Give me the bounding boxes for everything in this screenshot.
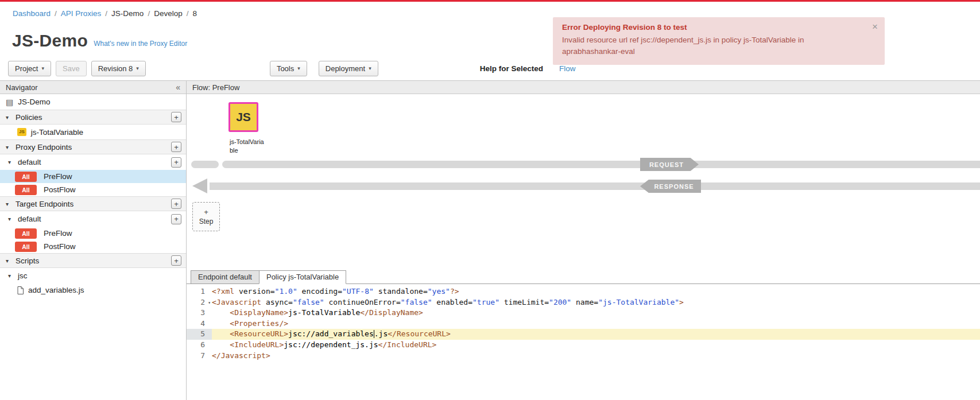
error-title: Error Deploying Revision 8 to test (562, 23, 862, 32)
plus-icon: + (204, 208, 208, 216)
nav-label: PostFlow (44, 185, 76, 194)
nav-label: default (18, 215, 41, 223)
nav-policy-js-totalvariable[interactable]: JSjs-TotalVariable (0, 125, 186, 139)
add-button[interactable]: + (171, 157, 181, 168)
nav-label: js-TotalVariable (31, 128, 83, 137)
nav-label: JS-Demo (18, 98, 50, 106)
line-number: 2▾ (187, 297, 212, 308)
tree-expand-icon[interactable]: ▾ (6, 258, 11, 264)
response-arrow-banner: RESPONSE (640, 180, 701, 193)
code-area[interactable]: 1<?xml version="1.0" encoding="UTF-8" st… (187, 284, 980, 400)
revision-menu-label: Revision 8 (98, 64, 133, 73)
tree-expand-icon[interactable]: ▾ (6, 144, 11, 150)
breadcrumb-api-proxies[interactable]: API Proxies (61, 9, 102, 18)
help-flow-link[interactable]: Flow (559, 64, 576, 73)
save-button[interactable]: Save (56, 61, 87, 76)
caret-down-icon: ▾ (41, 65, 44, 71)
tree-expand-icon[interactable]: ▾ (6, 114, 11, 121)
project-menu-label: Project (15, 64, 38, 73)
tree-expand-icon[interactable]: ▾ (6, 201, 11, 207)
line-number: 6 (187, 340, 212, 351)
breadcrumb-dashboard[interactable]: Dashboard (13, 9, 51, 18)
nav-flow-preflow[interactable]: AllPreFlow (0, 227, 186, 240)
nav-label: jsc (18, 271, 28, 280)
breadcrumb-separator: / (55, 9, 57, 18)
nav-root-js-demo[interactable]: ▤JS-Demo (0, 94, 186, 110)
breadcrumb-revision: 8 (192, 9, 197, 18)
tree-expand-icon[interactable]: ▾ (8, 159, 14, 165)
add-button[interactable]: + (171, 199, 181, 209)
nav-flow-postflow[interactable]: AllPostFlow (0, 240, 186, 253)
fold-icon[interactable]: ▾ (208, 298, 211, 309)
tree-expand-icon[interactable]: ▾ (8, 216, 14, 222)
policy-node-label: JS (236, 110, 251, 124)
code-line[interactable]: 7</Javascript> (187, 351, 980, 362)
tab-policy-js-totalvariable[interactable]: Policy js-TotalVariable (259, 270, 346, 284)
nav-flow-postflow[interactable]: AllPostFlow (0, 183, 186, 196)
nav-subsection-default[interactable]: ▾default+ (0, 211, 186, 227)
deployment-menu-button[interactable]: Deployment ▾ (319, 61, 378, 76)
code-line[interactable]: 2▾<Javascript async="false" continueOnEr… (187, 297, 980, 308)
line-number: 4 (187, 319, 212, 329)
tab-endpoint-default[interactable]: Endpoint default (191, 270, 259, 284)
deployment-menu-label: Deployment (326, 64, 365, 73)
flow-condition-badge: All (15, 242, 37, 252)
navigator-title: Navigator (6, 83, 38, 92)
nav-file-add-variables-js[interactable]: add_variables.js (0, 283, 186, 297)
code-editor-panel: Endpoint default Policy js-TotalVariable… (187, 270, 980, 400)
collapse-panel-icon[interactable]: « (176, 83, 180, 92)
add-step-button[interactable]: + Step (192, 202, 220, 231)
add-step-label: Step (199, 218, 214, 226)
code-line[interactable]: 5 <ResourceURL>jsc://add_variables.js</R… (187, 329, 980, 340)
nav-section-target-endpoints[interactable]: ▾Target Endpoints+ (0, 196, 186, 211)
flow-editor-panel: Flow: PreFlow JS js-TotalVariable REQUES… (187, 81, 980, 400)
add-button[interactable]: + (171, 255, 181, 266)
code-line[interactable]: 1<?xml version="1.0" encoding="UTF-8" st… (187, 286, 980, 297)
code-text: <IncludeURL>jsc://dependent_js.js</Inclu… (212, 340, 980, 351)
tree-expand-icon[interactable]: ▾ (8, 273, 14, 279)
nav-section-proxy-endpoints[interactable]: ▾Proxy Endpoints+ (0, 139, 186, 154)
editor-tabs: Endpoint default Policy js-TotalVariable (187, 270, 980, 284)
nav-label: default (18, 158, 41, 166)
nav-label: Target Endpoints (16, 200, 73, 208)
breadcrumb-separator: / (105, 9, 107, 18)
policy-node-js-totalvariable[interactable]: JS (228, 102, 258, 132)
breadcrumb-separator: / (148, 9, 150, 18)
code-text: <?xml version="1.0" encoding="UTF-8" sta… (212, 286, 980, 297)
error-notification: Error Deploying Revision 8 to test Inval… (553, 17, 885, 65)
nav-label: PreFlow (44, 229, 72, 238)
nav-subsection-default[interactable]: ▾default+ (0, 154, 186, 170)
line-number: 5 (187, 329, 212, 340)
nav-label: Scripts (16, 257, 39, 265)
code-line[interactable]: 4 <Properties/> (187, 319, 980, 329)
code-line[interactable]: 6 <IncludeURL>jsc://dependent_js.js</Inc… (187, 340, 980, 351)
nav-label: PreFlow (44, 172, 72, 181)
flow-condition-badge: All (15, 185, 37, 195)
caret-down-icon: ▾ (297, 65, 300, 71)
flow-canvas: JS js-TotalVariable REQUEST RESPONSE + S… (187, 94, 980, 270)
close-icon[interactable]: × (872, 21, 878, 33)
navigator-panel: Navigator « ▤JS-Demo▾Policies+JSjs-Total… (0, 81, 187, 400)
code-text: </Javascript> (212, 351, 980, 362)
nav-section-policies[interactable]: ▾Policies+ (0, 110, 186, 125)
add-button[interactable]: + (171, 142, 181, 152)
add-button[interactable]: + (171, 214, 181, 224)
nav-section-scripts[interactable]: ▾Scripts+ (0, 253, 186, 268)
code-text: <Javascript async="false" continueOnErro… (212, 297, 980, 308)
add-button[interactable]: + (171, 112, 181, 122)
page-title: JS-Demo (12, 31, 88, 51)
nav-label: PostFlow (44, 242, 76, 251)
whats-new-link[interactable]: What's new in the Proxy Editor (94, 40, 187, 48)
project-menu-button[interactable]: Project ▾ (8, 61, 51, 76)
tools-menu-button[interactable]: Tools ▾ (270, 61, 307, 76)
main-split: Navigator « ▤JS-Demo▾Policies+JSjs-Total… (0, 80, 980, 400)
code-line[interactable]: 3 <DisplayName>js-TotalVariable</Display… (187, 308, 980, 319)
nav-flow-preflow[interactable]: AllPreFlow (0, 170, 186, 183)
revision-menu-button[interactable]: Revision 8 ▾ (91, 61, 146, 76)
caret-down-icon: ▾ (136, 65, 139, 71)
nav-folder-jsc[interactable]: ▾jsc (0, 268, 186, 283)
response-label: RESPONSE (654, 183, 694, 190)
policy-node-caption: js-TotalVariable (230, 138, 265, 155)
breadcrumb-proxy-name: JS-Demo (111, 9, 144, 18)
nav-label: Policies (16, 113, 42, 122)
